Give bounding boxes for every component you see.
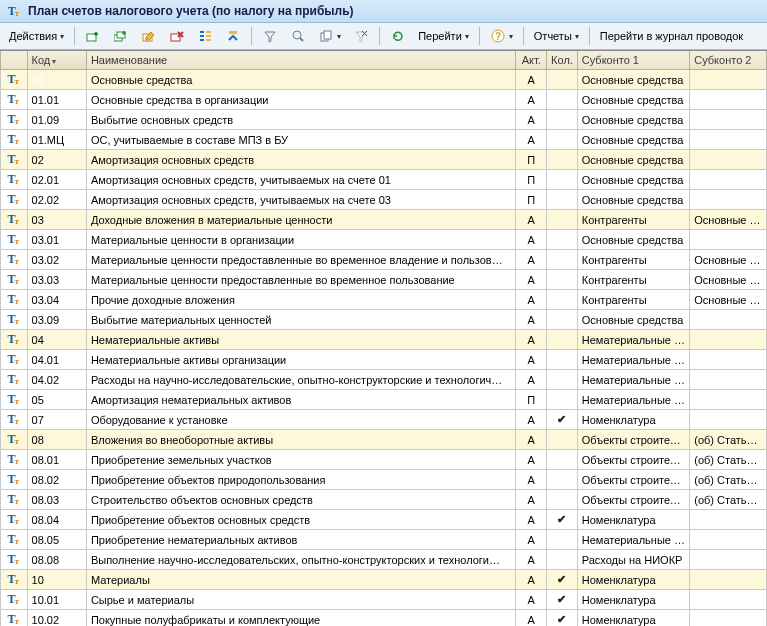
cell-sub1: Нематериальные ак… [577,370,689,390]
separator [251,27,252,45]
table-row[interactable]: Tт01.01Основные средства в организацииАО… [1,90,767,110]
journal-button[interactable]: Перейти в журнал проводок [595,27,748,45]
table-row[interactable]: Tт08.05Приобретение нематериальных актив… [1,530,767,550]
cell-akt: А [516,130,547,150]
table-row[interactable]: Tт03.09Выбытие материальных ценностейАОс… [1,310,767,330]
table-row[interactable]: Tт01Основные средстваАОсновные средства [1,70,767,90]
cell-akt: А [516,110,547,130]
cell-kol: ✔ [547,590,578,610]
chevron-down-icon: ▾ [465,32,469,41]
cell-name: Нематериальные активы организации [86,350,516,370]
table-row[interactable]: Tт08.03Строительство объектов основных с… [1,490,767,510]
chevron-down-icon: ▾ [509,32,513,41]
cell-sub2 [690,530,767,550]
cell-sub1: Объекты строитель… [577,430,689,450]
table-row[interactable]: Tт08.08Выполнение научно-исследовательск… [1,550,767,570]
cell-akt: А [516,470,547,490]
cell-kol [547,490,578,510]
table-row[interactable]: Tт03.01Материальные ценности в организац… [1,230,767,250]
reports-menu[interactable]: Отчеты ▾ [529,27,584,45]
table-row[interactable]: Tт08.01Приобретение земельных участковАО… [1,450,767,470]
check-icon: ✔ [557,593,566,605]
table-row[interactable]: Tт03.04Прочие доходные вложенияАКонтраге… [1,290,767,310]
account-icon: Tт [8,92,20,107]
cell-sub2 [690,370,767,390]
cell-kol [547,270,578,290]
cell-sub2 [690,330,767,350]
table-row[interactable]: Tт03.02Материальные ценности предоставле… [1,250,767,270]
cell-akt: А [516,210,547,230]
row-icon-cell: Tт [1,530,28,550]
col-header-sub2[interactable]: Субконто 2 [690,51,767,70]
cell-code: 03.09 [27,310,86,330]
cell-code: 08.01 [27,450,86,470]
row-icon-cell: Tт [1,410,28,430]
cell-sub1: Основные средства [577,130,689,150]
table-row[interactable]: Tт08Вложения во внеоборотные активыАОбъе… [1,430,767,450]
grid[interactable]: Код▾ Наименование Акт. Кол. Субконто 1 С… [0,50,767,626]
filter-button[interactable] [257,25,283,47]
cell-akt: А [516,590,547,610]
table-row[interactable]: Tт10.02Покупные полуфабрикаты и комплект… [1,610,767,627]
cell-name: Основные средства в организации [86,90,516,110]
table-row[interactable]: Tт04.02Расходы на научно-исследовательск… [1,370,767,390]
find-button[interactable] [285,25,311,47]
table-row[interactable]: Tт08.02Приобретение объектов природополь… [1,470,767,490]
account-icon: Tт [8,152,20,167]
delete-button[interactable] [164,25,190,47]
col-header-name[interactable]: Наименование [86,51,516,70]
account-icon: Tт [8,212,20,227]
hierarchy-icon [197,28,213,44]
table-row[interactable]: Tт08.04Приобретение объектов основных ср… [1,510,767,530]
move-button[interactable] [220,25,246,47]
table-row[interactable]: Tт01.09Выбытие основных средствАОсновные… [1,110,767,130]
table-row[interactable]: Tт02Амортизация основных средствПОсновны… [1,150,767,170]
clear-filter-button[interactable] [348,25,374,47]
table-row[interactable]: Tт02.01Амортизация основных средств, учи… [1,170,767,190]
refresh-button[interactable] [385,25,411,47]
cell-akt: А [516,570,547,590]
cell-kol [547,390,578,410]
col-header-akt[interactable]: Акт. [516,51,547,70]
chevron-down-icon: ▾ [60,32,64,41]
table-row[interactable]: Tт07Оборудование к установкеА✔Номенклату… [1,410,767,430]
actions-menu[interactable]: Действия ▾ [4,27,69,45]
copy-button[interactable]: ▾ [313,25,346,47]
hierarchy-button[interactable] [192,25,218,47]
edit-icon [141,28,157,44]
help-button[interactable]: ?▾ [485,25,518,47]
cell-code: 03.03 [27,270,86,290]
col-header-code[interactable]: Код▾ [27,51,86,70]
table-row[interactable]: Tт10.01Сырье и материалыА✔Номенклатура [1,590,767,610]
table-row[interactable]: Tт03Доходные вложения в материальные цен… [1,210,767,230]
edit-button[interactable] [136,25,162,47]
add-group-button[interactable] [108,25,134,47]
cell-code: 01.МЦ [27,130,86,150]
add-button[interactable] [80,25,106,47]
table-row[interactable]: Tт10МатериалыА✔Номенклатура [1,570,767,590]
check-icon: ✔ [557,613,566,625]
cell-sub1: Основные средства [577,190,689,210]
actions-menu-label: Действия [9,30,57,42]
refresh-icon [390,28,406,44]
col-header-kol[interactable]: Кол. [547,51,578,70]
find-icon [290,28,306,44]
table-row[interactable]: Tт03.03Материальные ценности предоставле… [1,270,767,290]
table-row[interactable]: Tт02.02Амортизация основных средств, учи… [1,190,767,210]
table-row[interactable]: Tт04Нематериальные активыАНематериальные… [1,330,767,350]
table-row[interactable]: Tт05Амортизация нематериальных активовПН… [1,390,767,410]
cell-sub1: Контрагенты [577,250,689,270]
check-icon: ✔ [557,573,566,585]
cell-code: 07 [27,410,86,430]
row-icon-cell: Tт [1,230,28,250]
cell-akt: А [516,450,547,470]
table-row[interactable]: Tт01.МЦОС, учитываемые в составе МПЗ в Б… [1,130,767,150]
cell-akt: А [516,530,547,550]
check-icon: ✔ [557,513,566,525]
go-menu[interactable]: Перейти ▾ [413,27,474,45]
table-row[interactable]: Tт04.01Нематериальные активы организации… [1,350,767,370]
col-header-sub1[interactable]: Субконто 1 [577,51,689,70]
cell-name: Приобретение объектов основных средств [86,510,516,530]
col-header-icon[interactable] [1,51,28,70]
cell-sub1: Номенклатура [577,570,689,590]
